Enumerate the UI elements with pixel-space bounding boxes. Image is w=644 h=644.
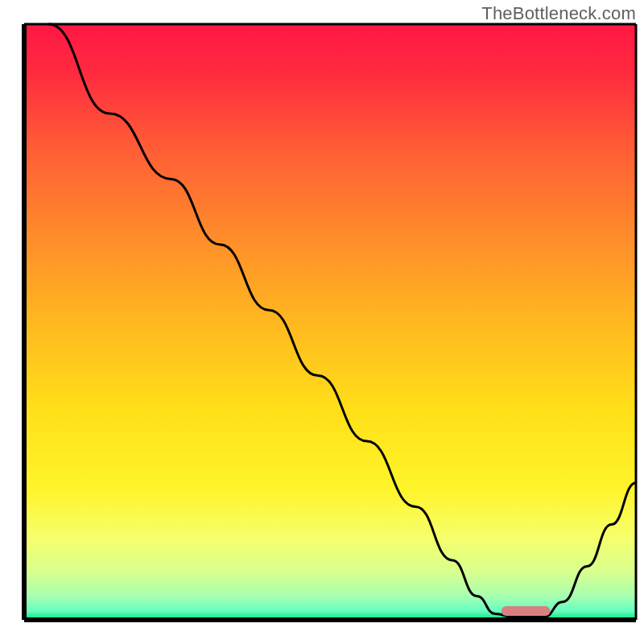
watermark-text: TheBottleneck.com: [481, 3, 636, 24]
optimal-range-marker: [502, 606, 551, 616]
bottleneck-chart: [0, 0, 644, 644]
